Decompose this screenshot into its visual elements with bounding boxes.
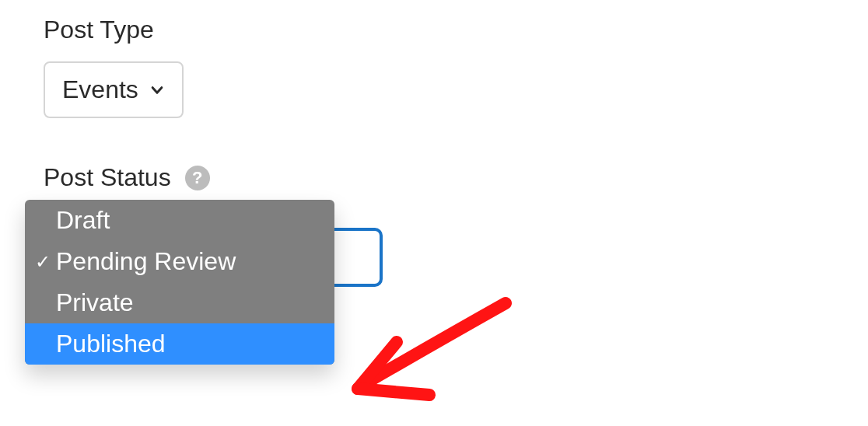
post-status-label: Post Status: [44, 163, 171, 192]
chevron-down-icon: [149, 82, 165, 98]
help-icon[interactable]: ?: [185, 166, 210, 190]
dropdown-option-label: Published: [56, 330, 166, 358]
post-type-section: Post Type Events: [44, 16, 824, 118]
dropdown-option-pending-review[interactable]: ✓ Pending Review: [25, 241, 334, 282]
dropdown-option-published[interactable]: Published: [25, 323, 334, 365]
post-type-label: Post Type: [44, 16, 824, 44]
arrow-annotation-icon: [342, 295, 521, 412]
post-status-label-row: Post Status ?: [44, 163, 824, 192]
dropdown-option-draft[interactable]: Draft: [25, 200, 334, 241]
post-status-section: Post Status ? Draft ✓ Pending Review Pri…: [44, 163, 824, 192]
dropdown-option-label: Private: [56, 288, 134, 317]
dropdown-option-private[interactable]: Private: [25, 282, 334, 323]
dropdown-option-label: Pending Review: [56, 247, 236, 276]
check-icon: ✓: [34, 251, 51, 273]
post-status-dropdown[interactable]: Draft ✓ Pending Review Private Published: [25, 200, 334, 365]
post-type-selected-value: Events: [62, 75, 138, 104]
dropdown-option-label: Draft: [56, 206, 110, 235]
post-type-select[interactable]: Events: [44, 61, 184, 118]
